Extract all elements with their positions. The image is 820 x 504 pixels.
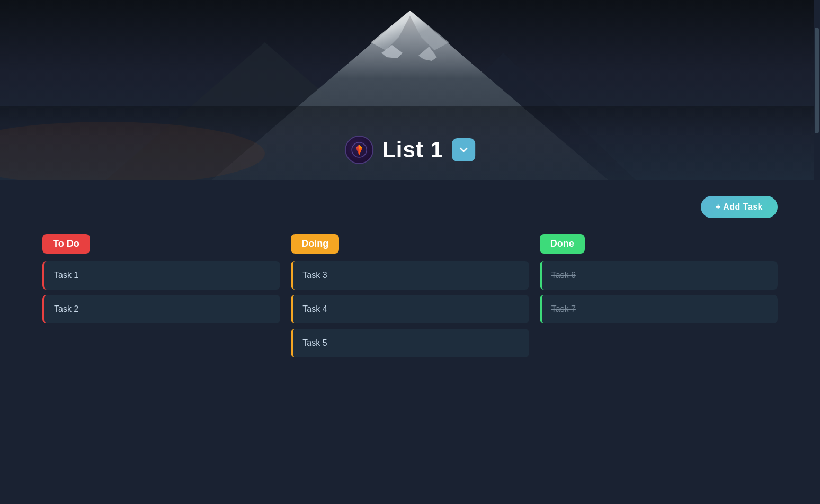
list-dropdown-button[interactable]	[452, 138, 475, 161]
scrollbar-thumb[interactable]	[815, 28, 819, 133]
column-header-done: Done	[540, 234, 585, 254]
chevron-down-icon	[458, 145, 469, 155]
column-done: DoneTask 6Task 7	[540, 234, 778, 323]
logo-circle	[345, 136, 373, 164]
add-task-button[interactable]: + Add Task	[701, 196, 778, 218]
column-doing: DoingTask 3Task 4Task 5	[291, 234, 529, 357]
task-card-task5[interactable]: Task 5	[291, 329, 529, 357]
list-title: List 1	[382, 137, 443, 163]
toolbar: + Add Task	[42, 191, 778, 218]
task-card-task6[interactable]: Task 6	[540, 261, 778, 290]
task-card-task4[interactable]: Task 4	[291, 295, 529, 323]
column-header-todo: To Do	[42, 234, 90, 254]
task-card-task1[interactable]: Task 1	[42, 261, 280, 290]
column-header-doing: Doing	[291, 234, 339, 254]
svg-marker-14	[359, 148, 362, 155]
kanban-board: To DoTask 1Task 2DoingTask 3Task 4Task 5…	[42, 234, 778, 357]
task-card-task3[interactable]: Task 3	[291, 261, 529, 290]
column-todo: To DoTask 1Task 2	[42, 234, 280, 323]
app-logo-icon	[351, 141, 368, 158]
scrollbar[interactable]	[814, 0, 820, 504]
main-content: + Add Task To DoTask 1Task 2DoingTask 3T…	[0, 180, 820, 504]
task-card-task2[interactable]: Task 2	[42, 295, 280, 323]
task-card-task7[interactable]: Task 7	[540, 295, 778, 323]
hero-section: List 1	[0, 0, 820, 180]
svg-marker-13	[356, 148, 359, 155]
